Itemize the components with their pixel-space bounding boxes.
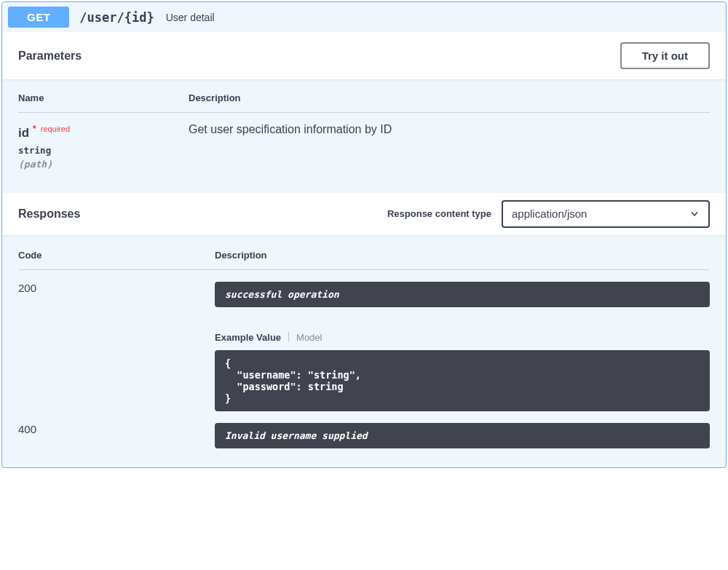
- parameter-name-text: id: [18, 126, 29, 140]
- parameters-body: Name Description id * required string (p…: [2, 79, 726, 193]
- responses-body: Code Description 200 successful operatio…: [2, 235, 726, 467]
- parameters-title: Parameters: [18, 50, 82, 63]
- param-header-name: Name: [18, 92, 189, 113]
- response-header-description: Description: [215, 250, 710, 270]
- tab-divider: [288, 332, 289, 342]
- responses-title: Responses: [18, 207, 80, 221]
- response-row: 200 successful operation Example Value M…: [18, 270, 710, 411]
- operation-summary: User detail: [166, 12, 215, 23]
- example-tabs: Example Value Model: [215, 332, 710, 343]
- operation-block: GET /user/{id} User detail Parameters Tr…: [1, 1, 727, 468]
- content-type-label: Response content type: [387, 208, 491, 219]
- required-star-icon: *: [33, 123, 36, 134]
- response-message-block: Invalid username supplied: [215, 423, 710, 448]
- tab-example-value[interactable]: Example Value: [215, 332, 281, 343]
- parameter-type: string: [18, 145, 189, 156]
- chevron-down-icon: [689, 209, 700, 219]
- parameters-section-bar: Parameters Try it out: [2, 32, 726, 79]
- content-type-value: application/json: [512, 207, 689, 220]
- try-it-out-button[interactable]: Try it out: [620, 42, 710, 69]
- response-row: 400 Invalid username supplied: [18, 411, 710, 448]
- response-message-block: successful operation: [215, 282, 710, 307]
- example-value-block[interactable]: { "username": "string", "password": stri…: [215, 350, 710, 411]
- parameter-description: Get user specification information by ID: [189, 113, 710, 136]
- parameter-in: (path): [18, 159, 189, 170]
- operation-path: /user/{id}: [79, 10, 154, 25]
- content-type-group: Response content type application/json: [387, 200, 710, 228]
- parameter-row: id * required string (path) Get user spe…: [18, 113, 710, 170]
- required-label: required: [41, 124, 70, 133]
- content-type-select[interactable]: application/json: [502, 200, 710, 228]
- response-code: 400: [18, 411, 215, 435]
- tab-model[interactable]: Model: [296, 332, 322, 343]
- response-code: 200: [18, 270, 215, 294]
- parameter-name: id * required: [18, 113, 189, 140]
- operation-header[interactable]: GET /user/{id} User detail: [2, 2, 726, 32]
- param-header-description: Description: [189, 92, 710, 113]
- responses-section-bar: Responses Response content type applicat…: [2, 193, 726, 235]
- response-header-code: Code: [18, 250, 215, 270]
- method-badge: GET: [8, 7, 69, 28]
